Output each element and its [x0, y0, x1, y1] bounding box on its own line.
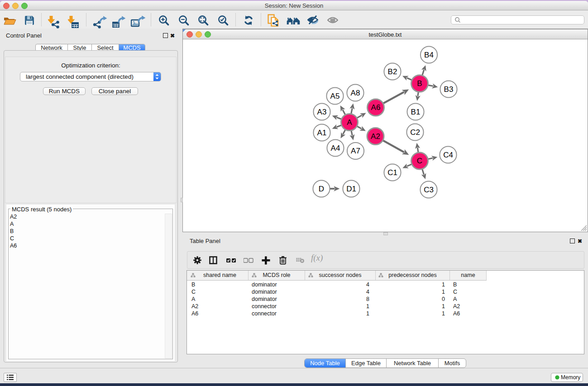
svg-text:B: B: [417, 79, 422, 88]
svg-text:A4: A4: [331, 144, 340, 152]
svg-text:A8: A8: [351, 89, 360, 97]
svg-text:A2: A2: [371, 132, 380, 141]
svg-text:B1: B1: [411, 108, 421, 116]
svg-text:A6: A6: [371, 103, 381, 112]
svg-text:D: D: [319, 185, 324, 193]
svg-text:C1: C1: [387, 168, 397, 177]
svg-text:B2: B2: [388, 67, 397, 76]
svg-text:D1: D1: [346, 185, 356, 193]
svg-text:B3: B3: [444, 85, 454, 94]
svg-text:A5: A5: [330, 92, 340, 100]
svg-text:B4: B4: [424, 51, 434, 59]
svg-text:C4: C4: [443, 151, 453, 159]
svg-text:f(x): f(x): [311, 254, 323, 263]
svg-text:A3: A3: [317, 108, 327, 116]
svg-text:C3: C3: [424, 186, 434, 194]
svg-text:C: C: [417, 157, 422, 165]
svg-text:A7: A7: [351, 147, 360, 155]
svg-text:A1: A1: [317, 129, 327, 137]
svg-text:C2: C2: [410, 128, 420, 137]
svg-text:A: A: [347, 118, 352, 127]
